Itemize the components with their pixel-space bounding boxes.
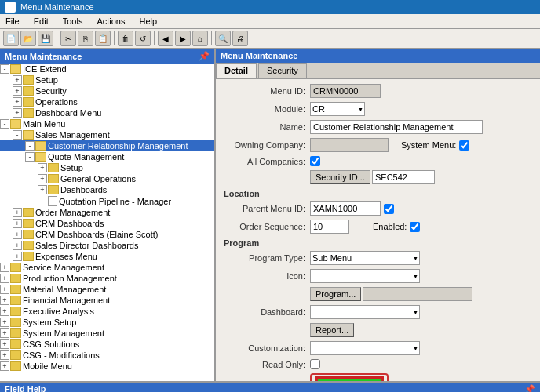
tree-item-8[interactable]: -Customer Relationship Management <box>0 140 214 151</box>
tree-item-3[interactable]: +Security <box>0 85 214 96</box>
toolbar-print[interactable]: 🖨 <box>232 31 248 46</box>
tree-toggle-23[interactable]: + <box>0 307 9 316</box>
menu-actions[interactable]: Actions <box>94 16 127 27</box>
menu-file[interactable]: File <box>3 16 22 27</box>
toolbar-delete[interactable]: 🗑 <box>118 31 133 46</box>
tree-toggle-14[interactable]: + <box>13 208 22 217</box>
tree-toggle-20[interactable]: + <box>0 274 9 283</box>
toolbar-copy[interactable]: ⎘ <box>78 31 93 46</box>
tree-item-20[interactable]: +Production Management <box>0 273 214 284</box>
tree-item-2[interactable]: +Setup <box>0 74 214 85</box>
tree-toggle-9[interactable]: - <box>25 152 35 162</box>
tree-toggle-5[interactable]: + <box>13 108 22 118</box>
toolbar-new[interactable]: 📄 <box>3 31 19 46</box>
left-panel-pin[interactable]: 📌 <box>199 51 210 61</box>
tree-item-7[interactable]: -Sales Management <box>0 129 214 140</box>
tree-item-13[interactable]: Quotation Pipeline - Manager <box>0 195 214 207</box>
tree-item-12[interactable]: +Dashboards <box>0 184 214 195</box>
owning-input[interactable] <box>310 138 389 152</box>
tree-item-28[interactable]: +Mobile Menu <box>0 361 214 372</box>
tree-toggle-15[interactable]: + <box>13 219 22 228</box>
tree-toggle-3[interactable]: + <box>13 86 22 96</box>
parentmenuid-input[interactable] <box>310 201 381 216</box>
tree-container[interactable]: -ICE Extend+Setup+Security+Operations+Da… <box>0 64 214 381</box>
toolbar-home[interactable]: ⌂ <box>192 31 208 46</box>
tree-toggle-26[interactable]: + <box>0 339 9 349</box>
toolbar-forward[interactable]: ▶ <box>175 31 191 46</box>
tree-item-11[interactable]: +General Operations <box>0 173 214 184</box>
tree-toggle-24[interactable]: + <box>0 318 9 327</box>
program-input[interactable] <box>363 287 472 301</box>
tree-toggle-28[interactable]: + <box>0 361 9 371</box>
tree-toggle-19[interactable]: + <box>0 263 9 272</box>
systemmenu-checkbox[interactable] <box>459 140 469 151</box>
allcompanies-checkbox[interactable] <box>310 156 320 166</box>
tree-item-6[interactable]: -Main Menu <box>0 118 214 129</box>
toolbar-refresh[interactable]: ↺ <box>135 31 151 46</box>
menu-edit[interactable]: Edit <box>31 16 51 27</box>
toolbar-cut[interactable]: ✂ <box>60 31 76 46</box>
tree-item-10[interactable]: +Setup <box>0 162 214 173</box>
tree-toggle-8[interactable]: - <box>25 141 35 151</box>
toolbar-search[interactable]: 🔍 <box>215 31 231 46</box>
program-button[interactable]: Program... <box>310 287 361 301</box>
secid-button[interactable]: Security ID... <box>310 170 370 184</box>
tree-item-22[interactable]: +Financial Management <box>0 295 214 306</box>
toolbar-open[interactable]: 📂 <box>20 31 36 46</box>
tree-item-4[interactable]: +Operations <box>0 96 214 107</box>
tree-toggle-6[interactable]: - <box>0 119 9 129</box>
toolbar-save[interactable]: 💾 <box>38 31 53 46</box>
module-label: Module: <box>224 104 310 114</box>
tree-item-18[interactable]: +Expenses Menu <box>0 251 214 262</box>
tree-item-27[interactable]: +CSG - Modifications <box>0 350 214 361</box>
name-input[interactable] <box>310 120 483 134</box>
tree-item-25[interactable]: +System Management <box>0 328 214 339</box>
tree-toggle-16[interactable]: + <box>13 230 22 239</box>
tree-item-15[interactable]: +CRM Dashboards <box>0 218 214 229</box>
tree-toggle-2[interactable]: + <box>13 75 22 85</box>
tree-item-26[interactable]: +CSG Solutions <box>0 339 214 350</box>
tab-security[interactable]: Security <box>258 63 307 78</box>
tab-detail[interactable]: Detail <box>216 63 257 78</box>
customization-select[interactable] <box>310 341 420 355</box>
parentmenuid-checkbox[interactable] <box>384 204 394 214</box>
tree-toggle-18[interactable]: + <box>13 252 22 261</box>
tree-toggle-17[interactable]: + <box>13 241 22 250</box>
icon-select[interactable] <box>310 269 420 283</box>
tree-toggle-11[interactable]: + <box>38 174 47 183</box>
tree-toggle-25[interactable]: + <box>0 328 9 338</box>
tree-item-21[interactable]: +Material Management <box>0 284 214 295</box>
tree-item-24[interactable]: +System Setup <box>0 317 214 328</box>
tree-item-14[interactable]: +Order Management <box>0 207 214 218</box>
menu-help[interactable]: Help <box>137 16 159 27</box>
field-help-pin[interactable]: 📌 <box>524 384 535 392</box>
toolbar-paste[interactable]: 📋 <box>95 31 111 46</box>
tree-toggle-7[interactable]: - <box>13 130 22 140</box>
enabled-checkbox[interactable] <box>410 222 420 232</box>
tree-item-9[interactable]: -Quote Management <box>0 151 214 162</box>
tree-toggle-1[interactable]: - <box>0 64 9 74</box>
tree-item-16[interactable]: +CRM Dashboards (Elaine Scott) <box>0 229 214 240</box>
tree-toggle-4[interactable]: + <box>13 97 22 107</box>
toolbar-back[interactable]: ◀ <box>158 31 173 46</box>
menuid-input[interactable] <box>310 84 381 98</box>
tree-toggle-12[interactable]: + <box>38 185 47 194</box>
readonly-checkbox[interactable] <box>310 359 320 369</box>
tree-toggle-10[interactable]: + <box>38 163 47 172</box>
tree-item-1[interactable]: -ICE Extend <box>0 64 214 74</box>
menu-tools[interactable]: Tools <box>60 16 86 27</box>
tree-toggle-27[interactable]: + <box>0 350 9 360</box>
module-select[interactable]: CR <box>310 102 365 116</box>
tree-toggle-22[interactable]: + <box>0 296 9 305</box>
webaccess-button[interactable]: Available <box>316 377 382 381</box>
tree-item-5[interactable]: +Dashboard Menu <box>0 107 214 118</box>
tree-item-23[interactable]: +Executive Analysis <box>0 306 214 317</box>
tree-toggle-21[interactable]: + <box>0 285 9 294</box>
dashboard-select[interactable] <box>310 305 420 319</box>
secid-input[interactable] <box>372 170 435 184</box>
tree-item-17[interactable]: +Sales Director Dashboards <box>0 240 214 251</box>
tree-item-19[interactable]: +Service Management <box>0 262 214 273</box>
orderseq-input[interactable] <box>310 220 349 234</box>
progtype-select[interactable]: Sub Menu <box>310 251 420 265</box>
report-button[interactable]: Report... <box>310 323 354 337</box>
